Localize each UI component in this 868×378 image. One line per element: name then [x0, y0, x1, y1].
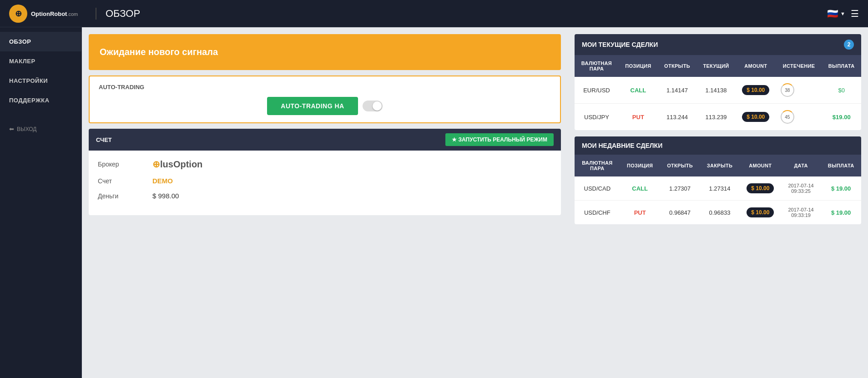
- amount-cell: $ 10.00: [736, 104, 776, 131]
- current-trades-header: МОИ ТЕКУЩИЕ СДЕЛКИ 2: [575, 34, 861, 55]
- recent-trades-table: ВАЛЮТНАЯПАРА ПОЗИЦИЯ ОТКРЫТЬ ЗАКРЫТЬ AMO…: [575, 155, 861, 224]
- auto-trading-toggle[interactable]: [363, 101, 383, 111]
- table-row: EUR/USD CALL 1.14147 1.14138 $ 10.00 38 …: [575, 77, 861, 104]
- auto-trading-btn-row: AUTO-TRADING НА: [99, 97, 551, 115]
- col-position: ПОЗИЦИЯ: [619, 55, 658, 77]
- current-cell: 113.239: [696, 104, 736, 131]
- table-row: USD/CHF PUT 0.96847 0.96833 $ 10.00 2017…: [575, 201, 861, 225]
- recent-trades-header-row: ВАЛЮТНАЯПАРА ПОЗИЦИЯ ОТКРЫТЬ ЗАКРЫТЬ AMO…: [575, 155, 861, 176]
- payout-cell: $ 19.00: [821, 176, 861, 201]
- header-right: 🇷🇺 ▼ ☰: [827, 8, 859, 19]
- amount-badge: $ 10.00: [742, 85, 769, 95]
- payout-value: $19.00: [833, 114, 851, 121]
- sidebar-item-label: НАСТРОЙКИ: [9, 77, 48, 84]
- close-cell: 0.96833: [700, 201, 739, 225]
- broker-plus: ⊕: [152, 159, 160, 169]
- auto-trading-section: AUTO-TRADING AUTO-TRADING НА: [89, 76, 561, 123]
- pair-cell: USD/JPY: [575, 104, 619, 131]
- logout-item[interactable]: ⬅ ВЫХОД: [0, 119, 81, 139]
- put-badge: PUT: [634, 209, 646, 216]
- money-row: Деньги $ 998.00: [98, 192, 552, 200]
- amount-badge: $ 10.00: [747, 183, 774, 193]
- current-trades-title: МОИ ТЕКУЩИЕ СДЕЛКИ: [582, 41, 658, 48]
- broker-logo: ⊕lusOption: [152, 159, 202, 170]
- amount-cell: $ 10.00: [740, 176, 781, 201]
- page-title: ОБЗОР: [96, 8, 827, 20]
- auto-trading-button[interactable]: AUTO-TRADING НА: [267, 97, 358, 115]
- logo-text: OptionRobot.com: [31, 10, 78, 18]
- sidebar-item-overview[interactable]: ОБЗОР: [0, 32, 81, 51]
- recent-trades-panel: МОИ НЕДАВНИЕ СДЕЛКИ ВАЛЮТНАЯПАРА ПОЗИЦИЯ…: [575, 136, 861, 224]
- account-type-label: Счет: [98, 177, 152, 185]
- payout-value: $ 19.00: [831, 209, 851, 216]
- pair-cell: USD/CAD: [575, 176, 620, 201]
- money-label: Деньги: [98, 192, 152, 200]
- sidebar-item-support[interactable]: ПОДДЕРЖКА: [0, 91, 81, 110]
- real-mode-button[interactable]: ★ ЗАПУСТИТЬ РЕАЛЬНЫЙ РЕЖИМ: [445, 133, 554, 146]
- timer-circle: 45: [781, 110, 794, 124]
- current-trades-badge: 2: [844, 40, 854, 50]
- timer-cell: 45: [776, 104, 822, 131]
- money-value: $ 998.00: [152, 192, 179, 200]
- col-date: ДАТА: [781, 155, 821, 176]
- account-type-row: Счет DEMO: [98, 177, 552, 185]
- main-layout: ОБЗОР МАКЛЕР НАСТРОЙКИ ПОДДЕРЖКА ⬅ ВЫХОД…: [0, 27, 868, 378]
- position-cell: CALL: [619, 77, 658, 104]
- broker-row: Брокер ⊕lusOption: [98, 159, 552, 170]
- account-type-value: DEMO: [152, 177, 173, 185]
- open-cell: 1.14147: [658, 77, 696, 104]
- payout-value: $ 19.00: [831, 185, 851, 192]
- timer-cell: 38: [776, 77, 822, 104]
- sidebar: ОБЗОР МАКЛЕР НАСТРОЙКИ ПОДДЕРЖКА ⬅ ВЫХОД: [0, 27, 82, 378]
- payout-value: $0: [838, 87, 844, 94]
- call-badge: CALL: [631, 87, 646, 94]
- account-body: Брокер ⊕lusOption Счет DEMO Деньги $ 998…: [89, 151, 561, 215]
- col-amount: AMOUNT: [736, 55, 776, 77]
- sidebar-item-broker[interactable]: МАКЛЕР: [0, 51, 81, 71]
- logout-label: ВЫХОД: [17, 126, 36, 132]
- close-cell: 1.27314: [700, 176, 739, 201]
- hamburger-menu-button[interactable]: ☰: [851, 8, 859, 19]
- table-row: USD/JPY PUT 113.244 113.239 $ 10.00 45 $…: [575, 104, 861, 131]
- open-cell: 1.27307: [660, 176, 700, 201]
- account-section: СЧЕТ ★ ЗАПУСТИТЬ РЕАЛЬНЫЙ РЕЖИМ Брокер ⊕…: [89, 129, 561, 215]
- pair-cell: EUR/USD: [575, 77, 619, 104]
- position-cell: PUT: [619, 104, 658, 131]
- open-cell: 0.96847: [660, 201, 700, 225]
- col-current: ТЕКУЩИЙ: [696, 55, 736, 77]
- payout-cell: $ 19.00: [821, 201, 861, 225]
- account-header: СЧЕТ ★ ЗАПУСТИТЬ РЕАЛЬНЫЙ РЕЖИМ: [89, 129, 561, 151]
- col-pair: ВАЛЮТНАЯПАРА: [575, 155, 620, 176]
- current-trades-table: ВАЛЮТНАЯПАРА ПОЗИЦИЯ ОТКРЫТЬ ТЕКУЩИЙ AMO…: [575, 55, 861, 130]
- signal-banner: Ожидание нового сигнала: [89, 34, 561, 70]
- sidebar-item-label: ПОДДЕРЖКА: [9, 97, 50, 104]
- auto-trading-label: AUTO-TRADING: [99, 84, 551, 91]
- position-cell: CALL: [620, 176, 660, 201]
- flag-icon: 🇷🇺: [827, 8, 838, 19]
- timer-circle: 38: [781, 83, 794, 97]
- pair-cell: USD/CHF: [575, 201, 620, 225]
- recent-trades-header: МОИ НЕДАВНИЕ СДЕЛКИ: [575, 136, 861, 155]
- recent-trades-title: МОИ НЕДАВНИЕ СДЕЛКИ: [582, 142, 662, 149]
- language-button[interactable]: 🇷🇺 ▼: [827, 8, 845, 19]
- col-payout: ВЫПЛАТА: [822, 55, 861, 77]
- call-badge: CALL: [632, 185, 648, 192]
- current-cell: 1.14138: [696, 77, 736, 104]
- put-badge: PUT: [632, 114, 644, 121]
- header: ⊕ OptionRobot.com ОБЗОР 🇷🇺 ▼ ☰: [0, 0, 868, 27]
- sidebar-item-settings[interactable]: НАСТРОЙКИ: [0, 71, 81, 91]
- signal-text: Ожидание нового сигнала: [100, 47, 550, 57]
- main-content: Ожидание нового сигнала AUTO-TRADING AUT…: [82, 27, 568, 378]
- account-title: СЧЕТ: [96, 136, 112, 143]
- current-trades-panel: МОИ ТЕКУЩИЕ СДЕЛКИ 2 ВАЛЮТНАЯПАРА ПОЗИЦИ…: [575, 34, 861, 130]
- col-expiry: ИСТЕЧЕНИЕ: [776, 55, 822, 77]
- col-open: ОТКРЫТЬ: [660, 155, 700, 176]
- broker-label: Брокер: [98, 161, 152, 168]
- col-pair: ВАЛЮТНАЯПАРА: [575, 55, 619, 77]
- amount-badge: $ 10.00: [747, 207, 774, 217]
- table-row: USD/CAD CALL 1.27307 1.27314 $ 10.00 201…: [575, 176, 861, 201]
- logo-area: ⊕ OptionRobot.com: [9, 5, 91, 23]
- col-open: ОТКРЫТЬ: [658, 55, 696, 77]
- current-trades-header-row: ВАЛЮТНАЯПАРА ПОЗИЦИЯ ОТКРЫТЬ ТЕКУЩИЙ AMO…: [575, 55, 861, 77]
- col-position: ПОЗИЦИЯ: [620, 155, 660, 176]
